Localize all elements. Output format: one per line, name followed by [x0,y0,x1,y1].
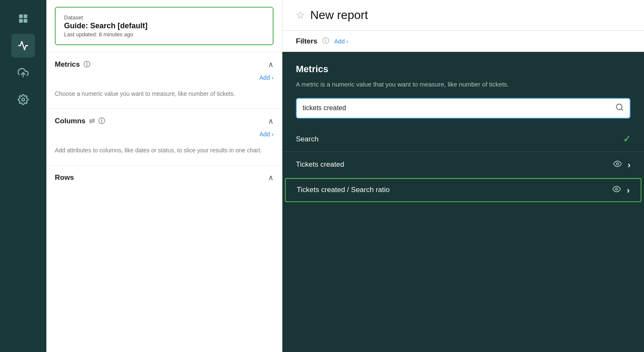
search-category-label: Search [296,135,319,144]
search-icon [615,103,624,114]
arrow-icon-tickets-created: › [628,160,631,170]
dropdown-metrics-title: Metrics [296,64,631,75]
columns-section-title: Columns ⇌ ⓘ [55,117,105,126]
search-box [296,98,631,119]
left-panel: Dataset Guide: Search [default] Last upd… [46,0,282,352]
svg-point-9 [616,188,618,190]
filters-info-icon: ⓘ [322,37,329,46]
result-tickets-search-ratio-label: Tickets created / Search ratio [297,186,389,194]
rows-section: Rows ∧ [46,165,282,187]
gear-icon[interactable] [11,88,35,111]
rows-section-title: Rows [55,173,74,182]
columns-section-header: Columns ⇌ ⓘ ∧ [46,109,282,131]
metrics-info-icon[interactable]: ⓘ [83,60,90,69]
result-tickets-created-label: Tickets created [296,160,344,169]
rows-collapse-button[interactable]: ∧ [268,173,274,182]
columns-section: Columns ⇌ ⓘ ∧ Add › Add attributes to co… [46,108,282,165]
report-header: ☆ New report [282,0,644,31]
svg-rect-0 [19,14,23,18]
search-category-chevron: ✓ [623,134,631,145]
dataset-name: Guide: Search [default] [64,22,264,30]
filters-add-button[interactable]: Add › [334,38,348,45]
dropdown-metrics-desc: A metric is a numeric value that you wan… [296,80,631,89]
dataset-label: Dataset [64,14,264,21]
metrics-section-header: Metrics ⓘ ∧ [46,52,282,74]
favorite-star-icon[interactable]: ☆ [296,9,305,21]
columns-add-button[interactable]: Add › [46,131,282,143]
result-tickets-created[interactable]: Tickets created › [282,152,644,178]
svg-rect-2 [19,19,23,23]
svg-point-5 [22,98,25,101]
metrics-add-button[interactable]: Add › [46,74,282,86]
report-title: New report [310,8,368,22]
metrics-section: Metrics ⓘ ∧ Add › Choose a numeric value… [46,52,282,108]
eye-icon-tickets-search-ratio[interactable] [612,185,621,195]
metrics-description: Choose a numeric value you want to measu… [46,86,282,108]
rows-title-text: Rows [55,173,74,182]
search-box-container [282,98,644,127]
metrics-collapse-button[interactable]: ∧ [268,60,274,69]
result-tickets-created-icons: › [613,160,631,170]
columns-collapse-button[interactable]: ∧ [268,116,274,126]
filters-label: Filters [296,37,317,46]
grid-icon[interactable] [11,7,35,30]
dropdown-panel: Metrics A metric is a numeric value that… [282,52,644,352]
dataset-updated: Last updated: 8 minutes ago [64,31,264,38]
svg-rect-1 [24,14,27,18]
metrics-tooltip: Metrics A metric is a numeric value that… [282,52,644,98]
result-tickets-search-ratio[interactable]: Tickets created / Search ratio › [285,178,641,202]
right-panel: ☆ New report Filters ⓘ Add › Metrics A m… [282,0,644,352]
columns-info-icon[interactable]: ⓘ [98,117,105,126]
arrow-icon-tickets-search-ratio: › [627,185,630,195]
columns-description: Add attributes to columns, like dates or… [46,143,282,165]
metrics-section-title: Metrics ⓘ [55,60,90,69]
search-category-row[interactable]: Search ✓ [282,127,644,152]
metrics-title-text: Metrics [55,60,80,69]
upload-icon[interactable] [11,61,35,84]
metrics-search-input[interactable] [303,104,611,112]
eye-icon-tickets-created[interactable] [613,160,622,170]
columns-title-text: Columns [55,117,86,125]
svg-rect-3 [24,19,27,23]
filters-bar: Filters ⓘ Add › [282,31,644,52]
columns-sort-icon: ⇌ [89,117,95,126]
dataset-header[interactable]: Dataset Guide: Search [default] Last upd… [55,7,274,45]
rows-section-header: Rows ∧ [46,165,282,187]
result-tickets-search-ratio-icons: › [612,185,630,195]
chart-icon[interactable] [11,34,35,57]
svg-point-8 [617,162,619,165]
svg-line-7 [621,108,623,110]
sidebar [0,0,46,352]
